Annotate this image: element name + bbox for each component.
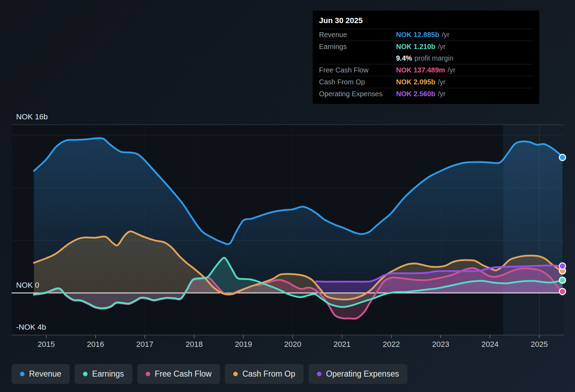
x-axis-label: 2016 <box>87 340 104 349</box>
free_cash_flow-endpoint-marker <box>559 288 566 295</box>
x-axis-label: 2022 <box>383 340 400 349</box>
revenue-endpoint-marker <box>559 154 566 161</box>
free-cash-flow-series-dot-icon <box>146 372 150 376</box>
legend-item-operating-expenses[interactable]: Operating Expenses <box>309 364 407 384</box>
tooltip-row-unit: /yr <box>438 78 445 86</box>
legend-item-earnings[interactable]: Earnings <box>75 364 132 384</box>
tooltip-row-label: Earnings <box>319 43 396 51</box>
x-axis-label: 2024 <box>482 340 499 349</box>
x-axis-label: 2018 <box>186 340 203 349</box>
tooltip-row-value: NOK 2.560b/yr <box>396 90 445 98</box>
tooltip-row-free-cash-flow: Free Cash FlowNOK 137.489m/yr <box>319 64 533 76</box>
tooltip-date: Jun 30 2025 <box>319 13 533 29</box>
tooltip-row-label: Free Cash Flow <box>319 66 396 74</box>
tooltip-panel: Jun 30 2025 RevenueNOK 12.885b/yrEarning… <box>313 10 539 104</box>
tooltip-row-label: Revenue <box>319 31 396 39</box>
cash-from-op-series-dot-icon <box>233 372 238 376</box>
tooltip-row-value: NOK 137.489m/yr <box>396 66 455 74</box>
tooltip-row-value: 9.4%profit margin <box>396 54 453 62</box>
tooltip-row-unit: /yr <box>438 90 445 98</box>
legend-item-revenue[interactable]: Revenue <box>12 364 70 384</box>
tooltip-row-cash-from-op: Cash From OpNOK 2.095b/yr <box>319 76 533 88</box>
legend-item-cash-from-op[interactable]: Cash From Op <box>225 364 304 384</box>
tooltip-row-revenue: RevenueNOK 12.885b/yr <box>319 29 533 41</box>
tooltip-row-value: NOK 1.210b/yr <box>396 43 445 51</box>
tooltip-row-profit-margin: 9.4%profit margin <box>319 52 533 64</box>
tooltip-row-earnings: EarningsNOK 1.210b/yr <box>319 41 533 52</box>
tooltip-row-value: NOK 12.885b/yr <box>396 31 450 39</box>
x-axis-label: 2017 <box>136 340 153 349</box>
legend-item-label: Earnings <box>92 369 124 379</box>
tooltip-row-unit: profit margin <box>415 54 453 62</box>
earnings-series-dot-icon <box>83 372 88 376</box>
x-axis-label: 2021 <box>333 340 351 349</box>
x-axis-label: 2019 <box>235 340 252 349</box>
tooltip-row-operating-expenses: Operating ExpensesNOK 2.560b/yr <box>319 88 533 100</box>
legend-item-label: Revenue <box>29 369 61 379</box>
operating-expenses-series-dot-icon <box>317 372 321 376</box>
tooltip-row-unit: /yr <box>442 31 449 38</box>
operating_expenses-endpoint-marker <box>559 263 566 269</box>
revenue-series-dot-icon <box>20 372 25 376</box>
x-axis-label: 2023 <box>432 340 449 349</box>
tooltip-row-label: Operating Expenses <box>319 90 396 98</box>
tooltip-rows: RevenueNOK 12.885b/yrEarningsNOK 1.210b/… <box>319 29 533 100</box>
legend: RevenueEarningsFree Cash FlowCash From O… <box>12 364 407 384</box>
legend-item-free-cash-flow[interactable]: Free Cash Flow <box>137 364 220 384</box>
legend-item-label: Free Cash Flow <box>155 369 212 379</box>
legend-item-label: Cash From Op <box>242 369 295 379</box>
y-axis-label: NOK 0 <box>16 281 39 289</box>
tooltip-row-unit: /yr <box>438 43 445 50</box>
y-axis-label: -NOK 4b <box>16 323 46 331</box>
tooltip-row-label: Cash From Op <box>319 78 396 86</box>
app-root: NOK 16bNOK 0-NOK 4b201520162017201820192… <box>0 0 575 392</box>
x-axis-label: 2020 <box>284 340 302 349</box>
y-axis-label: NOK 16b <box>16 112 48 121</box>
earnings-endpoint-marker <box>559 277 566 284</box>
legend-item-label: Operating Expenses <box>326 369 399 379</box>
x-axis-label: 2015 <box>38 340 55 349</box>
x-axis-label: 2025 <box>531 340 548 349</box>
tooltip-row-value: NOK 2.095b/yr <box>396 78 445 86</box>
tooltip-row-unit: /yr <box>448 66 455 74</box>
